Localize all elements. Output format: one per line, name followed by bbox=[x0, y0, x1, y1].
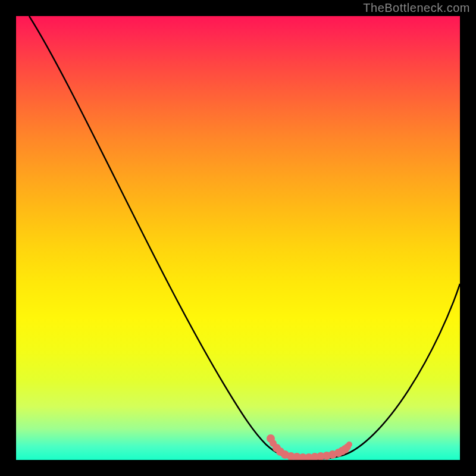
highlight-dot bbox=[346, 441, 352, 447]
curve-svg bbox=[16, 16, 460, 460]
bottleneck-curve-line bbox=[29, 16, 460, 459]
optimal-highlight-markers bbox=[267, 434, 352, 460]
plot-gradient-background bbox=[16, 16, 460, 460]
chart-container: TheBottleneck.com bbox=[0, 0, 476, 476]
watermark-text: TheBottleneck.com bbox=[363, 1, 470, 15]
